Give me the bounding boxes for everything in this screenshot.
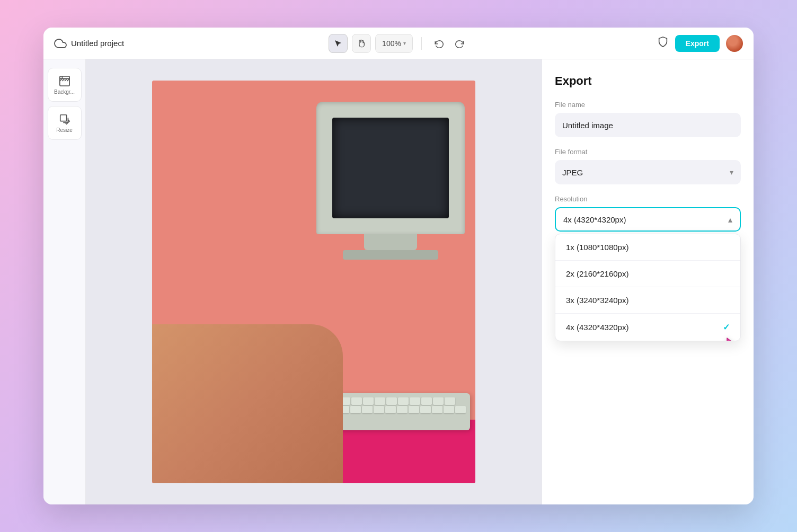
sidebar-item-resize[interactable]: Resize xyxy=(48,106,82,140)
resolution-option-3x[interactable]: 3x (3240*3240px) xyxy=(555,287,740,314)
main-content: Backgr... Resize xyxy=(43,59,754,504)
resolution-dropdown-wrapper: 1x (1080*1080px) 2x (2160*2160px) 3x (32… xyxy=(555,232,741,341)
cursor-arrow-svg xyxy=(724,335,741,341)
arm-shape xyxy=(152,324,343,483)
key xyxy=(362,406,373,413)
resize-icon xyxy=(59,113,70,125)
resolution-check-icon: ✓ xyxy=(723,322,730,332)
redo-button[interactable] xyxy=(451,35,468,52)
monitor-body xyxy=(316,102,465,234)
resolution-chevron-up-icon: ▴ xyxy=(728,215,732,225)
avatar[interactable] xyxy=(726,35,743,52)
zoom-chevron-icon: ▾ xyxy=(403,40,406,46)
key xyxy=(409,406,419,413)
sidebar-item-background[interactable]: Backgr... xyxy=(48,68,82,102)
monitor-stand xyxy=(364,234,417,250)
zoom-level: 100% xyxy=(382,39,401,48)
sidebar: Backgr... Resize xyxy=(43,59,86,504)
resolution-dropdown: 1x (1080*1080px) 2x (2160*2160px) 3x (32… xyxy=(555,234,741,341)
file-format-select[interactable]: JPEG PNG WebP xyxy=(555,160,741,184)
cloud-icon xyxy=(54,37,67,50)
key xyxy=(445,397,455,405)
key xyxy=(444,406,454,413)
header-right: Export xyxy=(468,35,743,52)
select-tool-button[interactable] xyxy=(329,34,348,53)
resolution-selected-value: 4x (4320*4320px) xyxy=(563,215,626,224)
key xyxy=(363,397,374,405)
key xyxy=(420,406,431,413)
arm xyxy=(152,303,353,483)
sidebar-background-label: Backgr... xyxy=(54,89,75,95)
cursor-indicator xyxy=(724,335,741,341)
header-left: Untitled project xyxy=(54,37,329,50)
header-divider xyxy=(421,37,422,50)
resolution-option-2x-label: 2x (2160*2160px) xyxy=(566,269,628,278)
sidebar-resize-label: Resize xyxy=(56,127,73,133)
monitor xyxy=(316,102,465,271)
canvas-image xyxy=(152,81,475,483)
key xyxy=(421,397,432,405)
file-name-label: File name xyxy=(555,101,741,109)
resolution-option-4x[interactable]: 4x (4320*4320px) ✓ xyxy=(555,314,740,341)
key xyxy=(455,406,466,413)
key xyxy=(375,397,385,405)
scene-background xyxy=(152,81,475,483)
resolution-option-4x-label: 4x (4320*4320px) xyxy=(566,323,628,332)
key xyxy=(397,406,408,413)
header-center: 100% ▾ xyxy=(329,34,468,53)
svg-marker-6 xyxy=(727,338,741,341)
export-button[interactable]: Export xyxy=(675,35,720,52)
undo-button[interactable] xyxy=(430,35,447,52)
hand-tool-button[interactable] xyxy=(352,34,371,53)
resolution-option-2x[interactable]: 2x (2160*2160px) xyxy=(555,261,740,287)
resolution-option-1x[interactable]: 1x (1080*1080px) xyxy=(555,234,740,261)
monitor-base xyxy=(343,250,438,260)
resolution-option-3x-label: 3x (3240*3240px) xyxy=(566,296,628,305)
file-format-label: File format xyxy=(555,148,741,156)
resolution-selected-button[interactable]: 4x (4320*4320px) ▴ xyxy=(555,207,741,232)
resolution-label: Resolution xyxy=(555,195,741,203)
canvas-area xyxy=(86,59,542,504)
key xyxy=(433,397,444,405)
background-icon xyxy=(59,75,70,87)
key xyxy=(386,397,397,405)
key xyxy=(398,397,409,405)
shield-icon[interactable] xyxy=(657,36,669,50)
export-panel: Export File name File format JPEG PNG We… xyxy=(542,59,754,504)
key xyxy=(385,406,396,413)
header: Untitled project 100% ▾ xyxy=(43,28,754,59)
app-window: Untitled project 100% ▾ xyxy=(43,28,754,504)
panel-title: Export xyxy=(555,74,741,88)
key xyxy=(374,406,384,413)
zoom-control[interactable]: 100% ▾ xyxy=(375,34,413,53)
file-format-select-wrapper: JPEG PNG WebP ▾ xyxy=(555,160,741,184)
file-name-input[interactable] xyxy=(555,113,741,137)
key xyxy=(432,406,442,413)
svg-rect-5 xyxy=(60,114,66,121)
key xyxy=(410,397,420,405)
avatar-image xyxy=(726,35,743,52)
monitor-screen xyxy=(332,118,449,218)
project-title: Untitled project xyxy=(71,39,124,48)
resolution-option-1x-label: 1x (1080*1080px) xyxy=(566,243,628,252)
